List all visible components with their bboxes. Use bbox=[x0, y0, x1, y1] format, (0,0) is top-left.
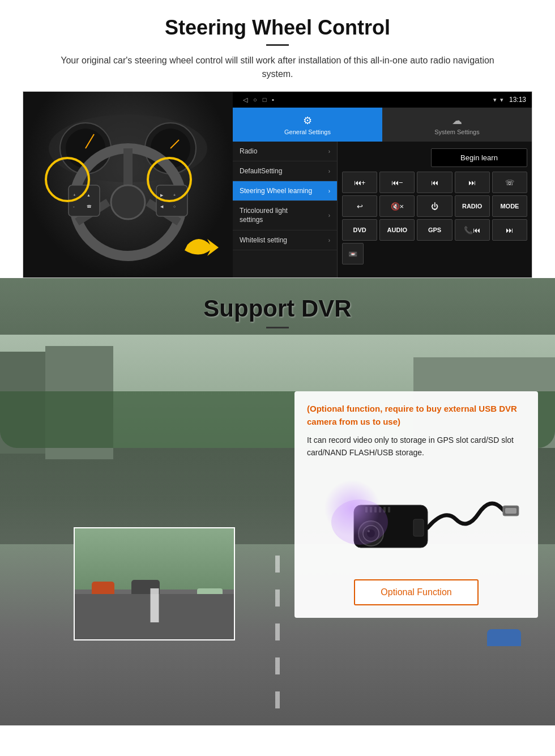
dvr-camera-image bbox=[307, 468, 526, 570]
menu-tricoloured-label: Tricoloured lightsettings bbox=[240, 207, 288, 224]
chevron-whitelist-icon: › bbox=[328, 237, 330, 244]
system-icon: ☁ bbox=[452, 114, 462, 127]
power-btn[interactable]: ⏻ bbox=[417, 195, 452, 217]
dvr-optional-text: (Optional function, require to buy exter… bbox=[307, 403, 526, 428]
signal-icon: ▾ bbox=[493, 96, 497, 104]
android-tabs: ⚙ General Settings ☁ System Settings bbox=[233, 108, 532, 142]
svg-rect-33 bbox=[413, 519, 424, 536]
dvr-desc-text: It can record video only to storage in G… bbox=[307, 434, 526, 459]
chevron-radio-icon: › bbox=[328, 148, 330, 155]
svg-rect-35 bbox=[505, 508, 516, 514]
chevron-default-icon: › bbox=[328, 168, 330, 174]
svg-point-11 bbox=[111, 185, 145, 219]
mode-btn[interactable]: MODE bbox=[492, 195, 527, 217]
btn-row-4: 📼 bbox=[342, 243, 527, 264]
dvr-title: Support DVR bbox=[0, 295, 555, 322]
tab-general[interactable]: ⚙ General Settings bbox=[233, 108, 382, 142]
next-btn[interactable]: ⏭ bbox=[455, 172, 490, 193]
dvd-btn[interactable]: DVD bbox=[342, 219, 377, 241]
yellow-circle-left bbox=[45, 157, 90, 202]
button-grid: Begin learn ⏮+ ⏮− ⏮ ⏭ ☏ ↩ 🔇× ⏻ bbox=[338, 142, 532, 277]
btn-row-1: ⏮+ ⏮− ⏮ ⏭ ☏ bbox=[342, 172, 527, 193]
hangup-btn[interactable]: ↩ bbox=[342, 195, 377, 217]
steering-subtitle: Your original car's steering wheel contr… bbox=[51, 54, 504, 81]
svg-text:▲: ▲ bbox=[87, 193, 91, 197]
call-btn[interactable]: ☏ bbox=[492, 172, 527, 193]
call-prev-btn[interactable]: 📞⏮ bbox=[455, 219, 490, 241]
menu-item-whitelist[interactable]: Whitelist setting › bbox=[233, 230, 337, 250]
steering-composite: + - ▲ ☎ ▶ ◀ + ○ ◁ bbox=[23, 91, 532, 278]
chevron-tricoloured-icon: › bbox=[328, 212, 330, 219]
tab-system[interactable]: ☁ System Settings bbox=[382, 108, 532, 142]
menu-list: Radio › DefaultSetting › Steering Wheel … bbox=[233, 142, 338, 277]
menu-item-tricoloured[interactable]: Tricoloured lightsettings › bbox=[233, 201, 337, 230]
back-icon[interactable]: ◁ bbox=[243, 96, 247, 104]
menu-default-label: DefaultSetting bbox=[240, 167, 282, 175]
menu-item-radio[interactable]: Radio › bbox=[233, 142, 337, 161]
android-content: Radio › DefaultSetting › Steering Wheel … bbox=[233, 142, 532, 277]
status-time: 13:13 bbox=[509, 96, 526, 104]
menu-whitelist-label: Whitelist setting bbox=[240, 236, 287, 244]
vol-up-btn[interactable]: ⏮+ bbox=[342, 172, 377, 193]
btn-row-2: ↩ 🔇× ⏻ RADIO MODE bbox=[342, 195, 527, 217]
android-statusbar: ◁ ○ □ ▪ ▾ ▾ 13:13 bbox=[233, 92, 532, 108]
menu-icon[interactable]: ▪ bbox=[272, 96, 274, 104]
gear-icon: ⚙ bbox=[303, 114, 312, 127]
dvr-section: Support DVR (Optional function, require … bbox=[0, 278, 555, 725]
android-panel: ◁ ○ □ ▪ ▾ ▾ 13:13 ⚙ General Settings ☁ S… bbox=[233, 92, 532, 277]
audio-btn[interactable]: AUDIO bbox=[379, 219, 415, 241]
recents-icon[interactable]: □ bbox=[263, 96, 267, 104]
svg-text:-: - bbox=[73, 204, 75, 209]
record-btn[interactable]: 📼 bbox=[342, 243, 364, 264]
begin-learn-button[interactable]: Begin learn bbox=[431, 148, 527, 167]
vol-down-btn[interactable]: ⏮− bbox=[379, 172, 415, 193]
prev-btn[interactable]: ⏮ bbox=[417, 172, 452, 193]
steering-title: Steering Wheel Control bbox=[23, 16, 532, 40]
dvr-info-card: (Optional function, require to buy exter… bbox=[294, 391, 538, 618]
optional-function-button[interactable]: Optional Function bbox=[354, 579, 479, 605]
dvr-screenshot bbox=[74, 527, 235, 640]
menu-steering-label: Steering Wheel learning bbox=[240, 187, 312, 195]
svg-text:☎: ☎ bbox=[87, 204, 92, 208]
menu-radio-label: Radio bbox=[240, 147, 257, 155]
skip-btn[interactable]: ⏭ bbox=[492, 219, 527, 241]
dvr-screenshot-inner bbox=[75, 528, 234, 639]
gps-btn[interactable]: GPS bbox=[417, 219, 452, 241]
home-icon[interactable]: ○ bbox=[253, 96, 257, 104]
tab-general-label: General Settings bbox=[284, 129, 331, 135]
yellow-circle-right bbox=[147, 157, 192, 202]
steering-section: Steering Wheel Control Your original car… bbox=[0, 0, 555, 278]
svg-text:○: ○ bbox=[173, 204, 176, 208]
svg-rect-32 bbox=[388, 507, 390, 512]
menu-item-steering[interactable]: Steering Wheel learning › bbox=[233, 181, 337, 201]
title-divider bbox=[266, 44, 289, 46]
chevron-steering-icon: › bbox=[328, 188, 330, 194]
mute-btn[interactable]: 🔇× bbox=[379, 195, 415, 217]
menu-item-default[interactable]: DefaultSetting › bbox=[233, 161, 337, 181]
road-marking bbox=[150, 588, 159, 622]
light-burst bbox=[324, 480, 381, 536]
dvr-divider bbox=[266, 327, 289, 328]
statusbar-left: ◁ ○ □ ▪ bbox=[243, 96, 274, 104]
steering-photo: + - ▲ ☎ ▶ ◀ + ○ bbox=[23, 92, 233, 278]
btn-row-3: DVD AUDIO GPS 📞⏮ ⏭ bbox=[342, 219, 527, 241]
tab-system-label: System Settings bbox=[434, 129, 479, 135]
radio-btn[interactable]: RADIO bbox=[455, 195, 490, 217]
begin-learn-row: Begin learn bbox=[342, 146, 527, 169]
wifi-icon: ▾ bbox=[500, 96, 503, 104]
yellow-arrow bbox=[182, 228, 227, 262]
